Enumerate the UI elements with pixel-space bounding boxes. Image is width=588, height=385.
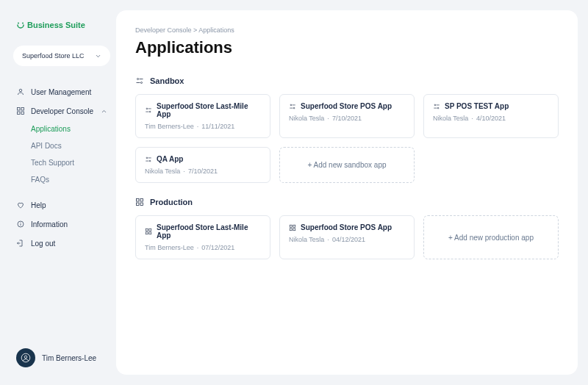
svg-point-29 <box>149 160 151 162</box>
store-selector-label: Superfood Store LLC <box>22 52 85 60</box>
breadcrumb-a[interactable]: Developer Console <box>135 26 192 34</box>
main-panel: Developer Console > Applications Applica… <box>116 10 578 375</box>
svg-point-21 <box>293 107 295 109</box>
svg-rect-33 <box>140 199 143 202</box>
svg-rect-41 <box>293 225 295 227</box>
app-card[interactable]: Superfood Store Last-Mile App Tim Berner… <box>135 215 270 259</box>
svg-point-9 <box>21 223 21 223</box>
subnav-applications[interactable]: Applications <box>31 120 113 137</box>
nav-label: User Management <box>31 88 91 96</box>
svg-point-2 <box>19 89 22 92</box>
nav-help[interactable]: Help <box>10 195 113 215</box>
app-author: Nikola Tesla <box>433 115 468 122</box>
subnav-api-docs[interactable]: API Docs <box>31 137 113 154</box>
brand-name: Business Suite <box>27 21 85 29</box>
svg-point-28 <box>146 157 148 159</box>
app-card[interactable]: Superfood Store Last-Mile App Tim Berner… <box>135 94 270 138</box>
add-sandbox-label: + Add new sandbox app <box>307 161 386 169</box>
add-sandbox-app-button[interactable]: + Add new sandbox app <box>279 147 415 183</box>
info-icon <box>16 220 25 229</box>
section-sandbox-title: Sandbox <box>150 76 184 85</box>
app-date: 11/11/2021 <box>201 123 234 130</box>
grid-icon <box>16 107 25 115</box>
svg-rect-5 <box>18 112 21 115</box>
page-title: Applications <box>135 38 559 57</box>
nav-information[interactable]: Information <box>10 215 113 234</box>
app-author: Nikola Tesla <box>145 168 180 175</box>
store-selector[interactable]: Superfood Store LLC <box>13 46 110 66</box>
add-production-app-button[interactable]: + Add new production app <box>423 215 559 259</box>
production-grid: Superfood Store Last-Mile App Tim Berner… <box>135 215 559 259</box>
primary-nav: User Management Developer Console Applic… <box>10 82 113 253</box>
section-sandbox-head: Sandbox <box>135 76 559 85</box>
svg-rect-43 <box>293 228 295 230</box>
nav-logout[interactable]: Log out <box>10 234 113 253</box>
app-meta: Nikola Tesla·04/12/2021 <box>289 236 405 243</box>
sidebar: Business Suite Superfood Store LLC User … <box>10 10 116 375</box>
app-card[interactable]: QA App Nikola Tesla·7/10/2021 <box>135 147 270 183</box>
app-meta: Nikola Tesla·7/10/2021 <box>289 115 405 122</box>
nav-label: Log out <box>31 240 55 248</box>
user-name: Tim Berners-Lee <box>42 354 96 362</box>
app-meta: Tim Berners-Lee·11/11/2021 <box>145 123 261 130</box>
avatar <box>16 348 35 367</box>
current-user[interactable]: Tim Berners-Lee <box>10 341 113 375</box>
section-production: Production Superfood Store Last-Mile App… <box>135 198 559 259</box>
app-author: Tim Berners-Lee <box>145 244 194 251</box>
sandbox-grid: Superfood Store Last-Mile App Tim Berner… <box>135 94 559 183</box>
app-name: Superfood Store Last-Mile App <box>157 223 261 240</box>
subnav-tech-support[interactable]: Tech Support <box>31 154 113 171</box>
section-sandbox: Sandbox Superfood Store Last-Mile App Ti… <box>135 76 559 183</box>
section-production-title: Production <box>150 198 193 206</box>
svg-rect-35 <box>140 203 143 206</box>
production-app-icon <box>145 228 152 235</box>
sandbox-app-icon <box>145 107 152 114</box>
svg-rect-4 <box>21 108 24 111</box>
add-production-label: + Add new production app <box>448 234 534 242</box>
svg-point-1 <box>22 23 24 24</box>
svg-point-20 <box>290 104 292 106</box>
svg-point-13 <box>141 82 143 84</box>
svg-rect-32 <box>137 199 140 202</box>
svg-rect-39 <box>149 232 151 234</box>
app-date: 7/10/2021 <box>332 115 362 122</box>
chevron-down-icon <box>95 53 101 60</box>
svg-point-17 <box>149 111 151 112</box>
svg-point-10 <box>21 353 30 362</box>
svg-rect-36 <box>146 229 148 231</box>
sandbox-icon <box>135 76 144 85</box>
breadcrumb: Developer Console > Applications <box>135 26 559 34</box>
subnav-faqs[interactable]: FAQs <box>31 171 113 188</box>
brand-logo: Business Suite <box>10 10 113 46</box>
app-name: Superfood Store Last-Mile App <box>157 102 261 118</box>
app-date: 04/12/2021 <box>332 236 365 243</box>
app-author: Tim Berners-Lee <box>145 123 194 130</box>
svg-rect-42 <box>290 228 292 230</box>
logout-icon <box>16 239 25 248</box>
app-name: Superfood Store POS App <box>301 102 392 110</box>
nav-label: Developer Console <box>31 107 93 115</box>
nav-label: Help <box>31 201 46 209</box>
app-name: SP POS TEST App <box>445 102 509 110</box>
svg-rect-34 <box>137 203 140 206</box>
svg-point-11 <box>24 356 27 359</box>
svg-point-0 <box>18 23 19 24</box>
sandbox-app-icon <box>289 103 296 110</box>
app-card[interactable]: SP POS TEST App Nikola Tesla·4/10/2021 <box>423 94 559 138</box>
app-author: Nikola Tesla <box>289 236 324 243</box>
production-app-icon <box>289 224 296 231</box>
app-name: Superfood Store POS App <box>301 223 392 231</box>
production-icon <box>135 198 144 206</box>
chevron-up-icon <box>101 108 107 115</box>
nav-label: Information <box>31 220 68 229</box>
svg-point-25 <box>437 107 439 109</box>
nav-developer-console[interactable]: Developer Console <box>10 101 113 120</box>
app-meta: Nikola Tesla·4/10/2021 <box>433 115 549 122</box>
breadcrumb-b[interactable]: Applications <box>198 26 234 34</box>
app-meta: Tim Berners-Lee·07/12/2021 <box>145 244 261 251</box>
svg-rect-40 <box>290 225 292 227</box>
app-card[interactable]: Superfood Store POS App Nikola Tesla·04/… <box>279 215 415 259</box>
developer-console-subnav: Applications API Docs Tech Support FAQs <box>10 120 113 188</box>
app-card[interactable]: Superfood Store POS App Nikola Tesla·7/1… <box>279 94 415 138</box>
nav-user-management[interactable]: User Management <box>10 82 113 101</box>
